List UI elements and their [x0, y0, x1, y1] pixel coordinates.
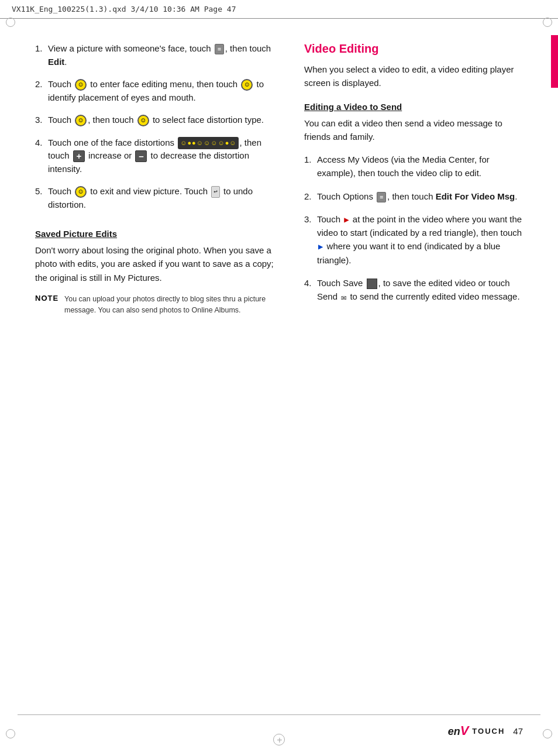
saved-picture-paragraph: Don't worry about losing the original ph… — [35, 243, 281, 284]
undo-icon-step5: ↩ — [211, 186, 220, 197]
bottom-divider — [18, 714, 540, 715]
face-icon-step2b: ☺ — [241, 79, 253, 91]
video-steps-list: 1. Access My Videos (via the Media Cente… — [304, 153, 526, 304]
step-4: 4. Touch one of the face distortions ☺●●… — [35, 136, 281, 176]
trim-icon-red: ▶ — [344, 214, 349, 226]
save-icon-vstep4 — [367, 279, 377, 289]
corner-mark-tr — [543, 18, 552, 27]
saved-picture-heading: Saved Picture Edits — [35, 229, 281, 239]
send-icon-vstep4: ✉ — [341, 291, 346, 304]
note-text: You can upload your photos directly to b… — [64, 294, 281, 316]
crosshair — [274, 734, 285, 746]
step-5: 5. Touch ☺ to exit and view picture. Tou… — [35, 185, 281, 211]
trim-icon-blue: ▶ — [318, 241, 323, 253]
face-icon-step5a: ☺ — [75, 186, 87, 198]
step-1: 1. View a picture with someone's face, t… — [35, 42, 281, 68]
header-text: VX11K_Eng_100225(1.3).qxd 3/4/10 10:36 A… — [12, 5, 236, 13]
video-step-2: 2. Touch Options ≡, then touch Edit For … — [304, 190, 526, 203]
header-bar: VX11K_Eng_100225(1.3).qxd 3/4/10 10:36 A… — [0, 0, 558, 19]
corner-mark-br — [543, 729, 552, 738]
face-icon-step3a: ☺ — [75, 115, 87, 126]
right-column: Video Editing When you select a video to… — [304, 42, 526, 315]
corner-mark-tl — [6, 18, 15, 27]
video-step-1: 1. Access My Videos (via the Media Cente… — [304, 153, 526, 180]
plus-icon-step4: + — [73, 150, 85, 162]
note-block: NOTE You can upload your photos directly… — [35, 294, 281, 316]
video-editing-heading: Video Editing — [304, 42, 526, 56]
brand-name: enV — [448, 723, 469, 738]
video-intro-paragraph: When you select a video to edit, a video… — [304, 63, 526, 90]
minus-icon-step4: − — [135, 150, 147, 162]
menu-icon-vstep2: ≡ — [377, 192, 386, 202]
brand-touch: TOUCH — [472, 727, 505, 736]
footer: enV TOUCH 47 — [448, 723, 523, 738]
pink-accent-bar — [551, 35, 558, 88]
step-3: 3. Touch ☺, then touch ☺ to select face … — [35, 114, 281, 127]
center-bottom-mark — [273, 734, 285, 745]
video-step-3: 3. Touch ▶ at the point in the video whe… — [304, 212, 526, 267]
main-content: 1. View a picture with someone's face, t… — [0, 19, 558, 339]
edit-video-label: Edit For Video Msg — [436, 191, 515, 201]
edit-label: Edit — [48, 57, 64, 67]
note-label: NOTE — [35, 294, 58, 316]
corner-mark-bl — [6, 729, 15, 738]
face-icon-step2a: ☺ — [75, 79, 87, 91]
menu-icon-step1: ≡ — [215, 44, 224, 54]
editing-video-heading: Editing a Video to Send — [304, 102, 526, 112]
left-column: 1. View a picture with someone's face, t… — [35, 42, 281, 315]
face-strip: ☺●●☺☺☺☺●☺ — [178, 137, 238, 149]
editing-video-paragraph: You can edit a video then send a video m… — [304, 116, 526, 144]
face-icon-step3b: ☺ — [137, 115, 149, 126]
steps-list: 1. View a picture with someone's face, t… — [35, 42, 281, 211]
video-step-4: 4. Touch Save , to save the edited video… — [304, 276, 526, 304]
step-2: 2. Touch ☺ to enter face editing menu, t… — [35, 78, 281, 104]
page-number: 47 — [513, 726, 523, 736]
